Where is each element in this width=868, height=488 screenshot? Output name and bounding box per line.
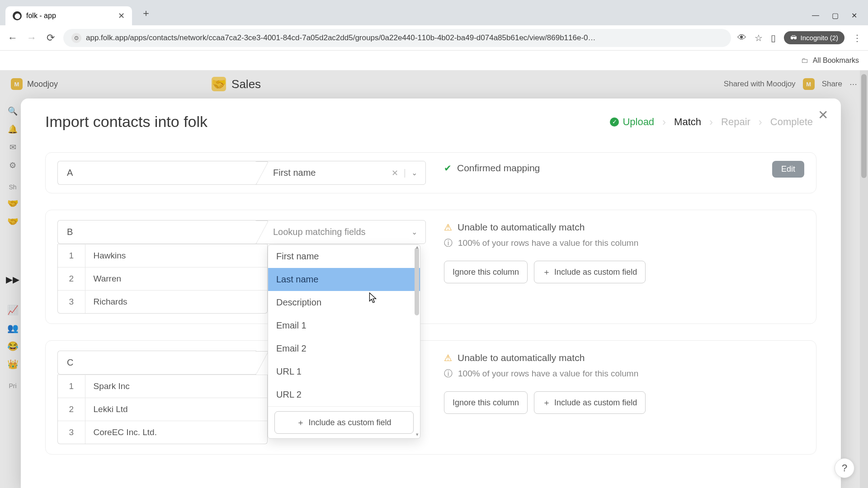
- table-row: 2Lekki Ltd: [58, 398, 267, 421]
- hide-extension-icon[interactable]: 👁: [737, 33, 746, 43]
- tab-favicon: ⬤: [13, 11, 22, 20]
- column-card-C: C hidden 1Spark Inc 2Lekki Ltd 3CoreEC I…: [45, 340, 816, 455]
- table-row: 3CoreEC Inc. Ltd.: [58, 421, 267, 444]
- bookmarks-folder-icon[interactable]: 🗀: [801, 56, 808, 65]
- include-custom-button-C[interactable]: ＋ Include as custom field: [534, 391, 646, 414]
- include-custom-button-B[interactable]: ＋ Include as custom field: [534, 261, 646, 283]
- warning-text-C: Unable to automatically match: [458, 352, 585, 363]
- dropdown-option-email-1[interactable]: Email 1: [268, 314, 420, 337]
- row-number: 2: [58, 398, 85, 421]
- check-icon: ✓: [610, 117, 619, 127]
- scroll-up-icon[interactable]: ▴: [416, 245, 419, 250]
- row-number: 3: [58, 291, 85, 314]
- include-custom-label: Include as custom field: [308, 418, 391, 427]
- row-value: Lekki Ltd: [85, 398, 267, 421]
- lookup-placeholder: Lookup matching fields: [273, 227, 406, 237]
- help-button[interactable]: ?: [835, 458, 854, 478]
- column-card-A: A First name ✕ | ⌄ ✔ Confirmed mapping E…: [45, 152, 816, 193]
- include-custom-label-C: Include as custom field: [554, 398, 637, 408]
- browser-menu-icon[interactable]: ⋮: [853, 33, 862, 43]
- new-tab-button[interactable]: ＋: [137, 4, 156, 23]
- stepper: ✓ Upload › Match › Repair › Complete: [606, 114, 816, 130]
- warning-icon: ⚠: [444, 352, 452, 363]
- maximize-icon[interactable]: ▢: [832, 11, 839, 20]
- edit-mapping-button[interactable]: Edit: [772, 161, 804, 178]
- chevron-down-icon[interactable]: ⌄: [411, 228, 417, 236]
- dropdown-scrollbar[interactable]: [415, 248, 419, 315]
- include-custom-label: Include as custom field: [554, 267, 637, 277]
- column-B-mapping-select[interactable]: Lookup matching fields ⌄: [256, 220, 426, 244]
- dropdown-option-description[interactable]: Description: [268, 291, 420, 314]
- row-number: 3: [58, 421, 85, 444]
- bookmarks-bar: 🗀 All Bookmarks: [0, 51, 868, 70]
- row-value: Spark Inc: [85, 375, 267, 398]
- scroll-down-icon[interactable]: ▾: [416, 432, 419, 437]
- bookmark-star-icon[interactable]: ☆: [755, 33, 763, 43]
- table-row: 1Hawkins: [58, 244, 267, 267]
- reload-button[interactable]: ⟳: [44, 32, 57, 44]
- table-row: 3Richards: [58, 291, 267, 314]
- plus-icon: ＋: [542, 267, 551, 277]
- window-controls: — ▢ ✕: [812, 11, 863, 25]
- step-repair: Repair: [717, 114, 754, 130]
- chevron-down-icon[interactable]: ⌄: [411, 169, 417, 177]
- close-window-icon[interactable]: ✕: [851, 11, 857, 20]
- ignore-column-button-C[interactable]: Ignore this column: [444, 391, 528, 414]
- column-letter-B: B: [57, 220, 256, 244]
- incognito-icon: 🕶: [790, 34, 797, 42]
- dropdown-option-url-2[interactable]: URL 2: [268, 383, 420, 406]
- plus-icon: ＋: [542, 397, 551, 408]
- close-modal-button[interactable]: ✕: [818, 108, 828, 122]
- row-number: 2: [58, 267, 85, 291]
- mapping-value: First name: [273, 168, 386, 178]
- browser-toolbar: ← → ⟳ ⊙ app.folk.app/apps/contacts/netwo…: [0, 25, 868, 51]
- url-bar[interactable]: ⊙ app.folk.app/apps/contacts/network/cca…: [63, 29, 731, 47]
- column-letter-A: A: [57, 161, 256, 185]
- dropdown-include-custom-button[interactable]: ＋ Include as custom field: [274, 411, 414, 434]
- unable-match-warning: ⚠ Unable to automatically match: [444, 222, 804, 233]
- modal-title: Import contacts into folk: [45, 113, 208, 131]
- confirmed-text: Confirmed mapping: [457, 163, 540, 174]
- clear-mapping-icon[interactable]: ✕: [392, 168, 398, 178]
- browser-tab[interactable]: ⬤ folk - app ✕: [5, 6, 132, 25]
- chevron-right-icon: ›: [759, 116, 762, 128]
- column-C-preview: 1Spark Inc 2Lekki Ltd 3CoreEC Inc. Ltd.: [57, 375, 268, 444]
- column-letter-C: C: [57, 351, 256, 375]
- row-value: Hawkins: [85, 244, 267, 267]
- plus-icon: ＋: [297, 417, 305, 428]
- column-card-B: B Lookup matching fields ⌄ 1Hawkins 2War…: [45, 210, 816, 324]
- browser-tab-strip: ⬤ folk - app ✕ ＋ — ▢ ✕: [0, 0, 868, 25]
- dropdown-option-email-2[interactable]: Email 2: [268, 337, 420, 360]
- column-B-preview: 1Hawkins 2Warren 3Richards: [57, 244, 268, 314]
- all-bookmarks-label[interactable]: All Bookmarks: [813, 56, 859, 65]
- table-row: 2Warren: [58, 267, 267, 291]
- import-modal: ✕ Import contacts into folk ✓ Upload › M…: [21, 99, 841, 488]
- row-number: 1: [58, 244, 85, 267]
- back-button[interactable]: ←: [6, 32, 19, 44]
- row-value: Warren: [85, 267, 267, 291]
- row-number: 1: [58, 375, 85, 398]
- rows-info-C: ⓘ 100% of your rows have a value for thi…: [444, 368, 804, 380]
- row-value: Richards: [85, 291, 267, 314]
- minimize-icon[interactable]: —: [812, 11, 819, 20]
- warning-icon: ⚠: [444, 222, 452, 233]
- info-icon: ⓘ: [444, 368, 453, 380]
- rows-info-text-C: 100% of your rows have a value for this …: [458, 369, 638, 379]
- check-circle-icon: ✔: [444, 163, 452, 174]
- site-info-icon[interactable]: ⊙: [71, 33, 81, 43]
- dropdown-option-last-name[interactable]: Last name: [268, 268, 420, 291]
- incognito-badge[interactable]: 🕶 Incognito (2): [784, 31, 844, 44]
- forward-button[interactable]: →: [25, 32, 38, 44]
- step-upload: ✓ Upload: [606, 114, 658, 130]
- dropdown-option-first-name[interactable]: First name: [268, 245, 420, 268]
- warning-text: Unable to automatically match: [458, 222, 585, 233]
- column-A-mapping-select[interactable]: First name ✕ | ⌄: [256, 161, 426, 185]
- step-complete: Complete: [767, 114, 816, 130]
- reader-icon[interactable]: ▯: [771, 33, 776, 43]
- rows-info-text: 100% of your rows have a value for this …: [458, 238, 638, 248]
- step-upload-label: Upload: [623, 116, 654, 128]
- row-value: CoreEC Inc. Ltd.: [85, 421, 267, 444]
- dropdown-option-url-1[interactable]: URL 1: [268, 360, 420, 383]
- close-tab-icon[interactable]: ✕: [118, 11, 125, 21]
- ignore-column-button-B[interactable]: Ignore this column: [444, 261, 528, 283]
